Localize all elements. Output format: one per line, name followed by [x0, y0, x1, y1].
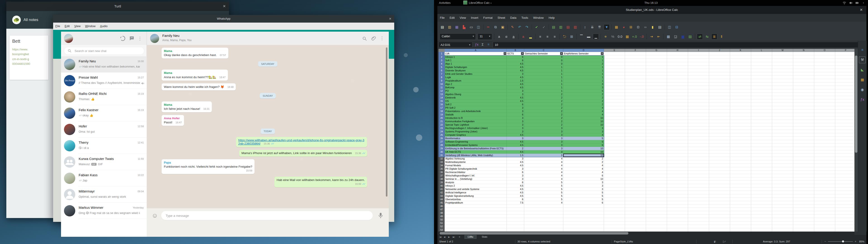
cell-L47[interactable]	[751, 208, 772, 211]
cell-I34[interactable]	[688, 164, 709, 167]
cell-I41[interactable]	[688, 187, 709, 191]
cell-N9[interactable]	[793, 79, 814, 83]
cell-D36[interactable]: 4	[563, 171, 604, 174]
cell-C7[interactable]: 1	[524, 72, 563, 76]
cell-F33[interactable]	[625, 160, 646, 164]
cell-O44[interactable]	[814, 198, 835, 201]
cell-D51[interactable]	[563, 221, 604, 225]
row-header-5[interactable]: 5	[438, 65, 445, 69]
cell-O7[interactable]	[814, 72, 835, 76]
outgoing-message[interactable]: Hab eine Mail von willhaben bekommen, ka…	[274, 177, 367, 187]
cell-A7[interactable]: Ethik und Gender Studies	[445, 72, 507, 76]
cell-J13[interactable]	[709, 93, 730, 96]
cell-A10[interactable]: Algo 2	[445, 83, 507, 86]
cell-I23[interactable]	[688, 126, 709, 130]
cell-G44[interactable]	[646, 198, 667, 201]
cell-M10[interactable]	[772, 83, 793, 86]
cell-H30[interactable]	[667, 150, 688, 154]
cell-L14[interactable]	[751, 96, 772, 99]
cell-B40[interactable]: 4.5	[507, 184, 524, 187]
cell-F48[interactable]	[625, 211, 646, 215]
cell-F36[interactable]	[625, 171, 646, 174]
cell-G23[interactable]	[646, 126, 667, 130]
cell-M34[interactable]	[772, 164, 793, 167]
cell-D29[interactable]: 10	[563, 147, 604, 150]
cell-A53[interactable]	[445, 228, 507, 232]
cell-I38[interactable]	[688, 177, 709, 181]
cell-A46[interactable]	[445, 205, 507, 208]
cell-E1[interactable]	[604, 52, 625, 55]
cell-P39[interactable]	[835, 181, 855, 184]
cell-P53[interactable]	[835, 228, 855, 232]
cell-P22[interactable]	[835, 123, 855, 126]
cell-E15[interactable]	[604, 99, 625, 103]
cell-I42[interactable]	[688, 191, 709, 194]
cell-C30[interactable]: 3	[524, 150, 563, 154]
menu-view[interactable]: View	[457, 14, 468, 22]
cell-N40[interactable]	[793, 184, 814, 187]
cell-F32[interactable]	[625, 157, 646, 160]
cell-C46[interactable]	[524, 205, 563, 208]
cell-I9[interactable]	[688, 79, 709, 83]
align-right-icon[interactable]: ≡	[552, 34, 558, 39]
row-header-15[interactable]: 15	[438, 99, 445, 103]
cell-O22[interactable]	[814, 123, 835, 126]
cell-E53[interactable]	[604, 228, 625, 232]
cell-K12[interactable]	[730, 89, 751, 93]
cell-I1[interactable]	[688, 52, 709, 55]
document-modified-icon[interactable]: ▯✓	[723, 239, 726, 244]
cell-A51[interactable]	[445, 221, 507, 225]
cell-O10[interactable]	[814, 83, 835, 86]
sort-icon[interactable]: ↕	[582, 24, 588, 30]
cell-K35[interactable]	[730, 167, 751, 171]
cell-B36[interactable]: 6	[507, 171, 524, 174]
cell-C11[interactable]: 1	[524, 86, 563, 89]
cell-B26[interactable]: 3	[507, 137, 524, 140]
cell-N18[interactable]	[793, 110, 814, 113]
auto-spellcheck-icon[interactable]: ✓	[541, 24, 547, 30]
row-header-36[interactable]: 36	[438, 171, 445, 174]
cell-I22[interactable]	[688, 123, 709, 126]
cell-E41[interactable]	[604, 187, 625, 191]
cell-P44[interactable]	[835, 198, 855, 201]
cell-K50[interactable]	[730, 218, 751, 221]
cell-B21[interactable]: 3	[507, 120, 524, 123]
chat-list-item[interactable]: Hofer12:58Oma: Ist gut	[61, 121, 147, 138]
cell-C47[interactable]	[524, 208, 563, 211]
cell-M48[interactable]	[772, 211, 793, 215]
cell-A49[interactable]	[445, 215, 507, 218]
cell-F18[interactable]	[625, 110, 646, 113]
cell-O11[interactable]	[814, 86, 835, 89]
cell-E29[interactable]	[604, 147, 625, 150]
cell-G7[interactable]	[646, 72, 667, 76]
cell-E52[interactable]	[604, 225, 625, 228]
cell-B7[interactable]: 3	[507, 72, 524, 76]
cell-A4[interactable]: Algo 1	[445, 62, 507, 65]
cell-B31[interactable]: 1.5	[507, 154, 524, 157]
cell-M8[interactable]	[772, 76, 793, 79]
cell-B51[interactable]	[507, 221, 524, 225]
cell-D8[interactable]: 1	[563, 76, 604, 79]
column-header-L[interactable]: L	[751, 49, 772, 52]
cell-E39[interactable]	[604, 181, 625, 184]
cell-F2[interactable]	[625, 55, 646, 59]
cell-K1[interactable]	[730, 52, 751, 55]
chat-list-item[interactable]: Kurwa Computer Twats11:59Mateusz:GIF GIF	[61, 154, 147, 170]
cell-M22[interactable]	[772, 123, 793, 126]
cell-C16[interactable]: 2	[524, 103, 563, 106]
row-header-32[interactable]: 32	[438, 157, 445, 160]
cell-K26[interactable]	[730, 137, 751, 140]
cell-F6[interactable]	[625, 69, 646, 72]
cell-E17[interactable]	[604, 106, 625, 110]
status-icon[interactable]	[120, 35, 126, 41]
cell-L2[interactable]	[751, 55, 772, 59]
cell-N33[interactable]	[793, 160, 814, 164]
cell-G33[interactable]	[646, 160, 667, 164]
cell-H9[interactable]	[667, 79, 688, 83]
cell-M5[interactable]	[772, 65, 793, 69]
menu-file[interactable]: File	[437, 14, 447, 22]
cell-C39[interactable]: 5	[524, 181, 563, 184]
cell-C19[interactable]: 2	[524, 113, 563, 116]
conversation-header[interactable]: Family Neu Anna, Mama, Papa, You ⋮	[147, 32, 389, 45]
cell-N25[interactable]	[793, 133, 814, 137]
